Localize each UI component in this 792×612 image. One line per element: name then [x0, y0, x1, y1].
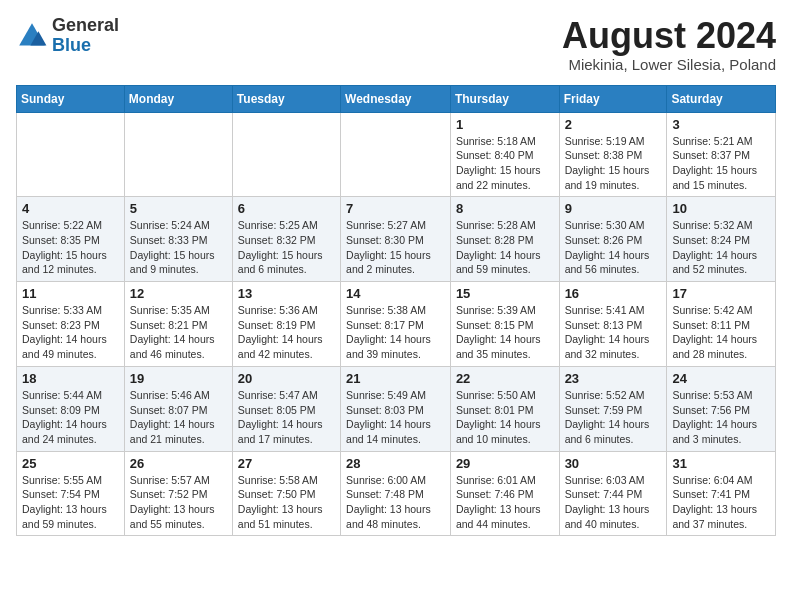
- table-row: [124, 112, 232, 197]
- table-row: [17, 112, 125, 197]
- day-info: Sunrise: 5:21 AMSunset: 8:37 PMDaylight:…: [672, 134, 770, 193]
- day-info: Sunrise: 5:28 AMSunset: 8:28 PMDaylight:…: [456, 218, 554, 277]
- table-row: 27Sunrise: 5:58 AMSunset: 7:50 PMDayligh…: [232, 451, 340, 536]
- day-info: Sunrise: 5:42 AMSunset: 8:11 PMDaylight:…: [672, 303, 770, 362]
- day-number: 9: [565, 201, 662, 216]
- logo: General Blue: [16, 16, 119, 56]
- day-number: 1: [456, 117, 554, 132]
- day-number: 20: [238, 371, 335, 386]
- day-info: Sunrise: 5:24 AMSunset: 8:33 PMDaylight:…: [130, 218, 227, 277]
- col-friday: Friday: [559, 85, 667, 112]
- col-sunday: Sunday: [17, 85, 125, 112]
- table-row: 26Sunrise: 5:57 AMSunset: 7:52 PMDayligh…: [124, 451, 232, 536]
- day-info: Sunrise: 5:55 AMSunset: 7:54 PMDaylight:…: [22, 473, 119, 532]
- day-number: 22: [456, 371, 554, 386]
- day-number: 21: [346, 371, 445, 386]
- table-row: 24Sunrise: 5:53 AMSunset: 7:56 PMDayligh…: [667, 366, 776, 451]
- day-number: 11: [22, 286, 119, 301]
- col-monday: Monday: [124, 85, 232, 112]
- day-info: Sunrise: 5:33 AMSunset: 8:23 PMDaylight:…: [22, 303, 119, 362]
- day-number: 8: [456, 201, 554, 216]
- day-info: Sunrise: 5:36 AMSunset: 8:19 PMDaylight:…: [238, 303, 335, 362]
- day-number: 3: [672, 117, 770, 132]
- day-info: Sunrise: 5:57 AMSunset: 7:52 PMDaylight:…: [130, 473, 227, 532]
- day-info: Sunrise: 5:18 AMSunset: 8:40 PMDaylight:…: [456, 134, 554, 193]
- day-info: Sunrise: 5:47 AMSunset: 8:05 PMDaylight:…: [238, 388, 335, 447]
- table-row: 15Sunrise: 5:39 AMSunset: 8:15 PMDayligh…: [450, 282, 559, 367]
- day-info: Sunrise: 5:27 AMSunset: 8:30 PMDaylight:…: [346, 218, 445, 277]
- col-tuesday: Tuesday: [232, 85, 340, 112]
- day-number: 23: [565, 371, 662, 386]
- table-row: 6Sunrise: 5:25 AMSunset: 8:32 PMDaylight…: [232, 197, 340, 282]
- day-number: 28: [346, 456, 445, 471]
- col-wednesday: Wednesday: [341, 85, 451, 112]
- day-info: Sunrise: 5:32 AMSunset: 8:24 PMDaylight:…: [672, 218, 770, 277]
- logo-blue-text: Blue: [52, 35, 91, 55]
- day-info: Sunrise: 5:19 AMSunset: 8:38 PMDaylight:…: [565, 134, 662, 193]
- table-row: 18Sunrise: 5:44 AMSunset: 8:09 PMDayligh…: [17, 366, 125, 451]
- day-info: Sunrise: 5:49 AMSunset: 8:03 PMDaylight:…: [346, 388, 445, 447]
- table-row: 3Sunrise: 5:21 AMSunset: 8:37 PMDaylight…: [667, 112, 776, 197]
- day-number: 15: [456, 286, 554, 301]
- table-row: 16Sunrise: 5:41 AMSunset: 8:13 PMDayligh…: [559, 282, 667, 367]
- day-info: Sunrise: 5:52 AMSunset: 7:59 PMDaylight:…: [565, 388, 662, 447]
- table-row: 31Sunrise: 6:04 AMSunset: 7:41 PMDayligh…: [667, 451, 776, 536]
- day-info: Sunrise: 5:30 AMSunset: 8:26 PMDaylight:…: [565, 218, 662, 277]
- day-number: 4: [22, 201, 119, 216]
- week-row-5: 25Sunrise: 5:55 AMSunset: 7:54 PMDayligh…: [17, 451, 776, 536]
- day-info: Sunrise: 5:44 AMSunset: 8:09 PMDaylight:…: [22, 388, 119, 447]
- logo-icon: [16, 20, 48, 52]
- day-number: 18: [22, 371, 119, 386]
- day-number: 31: [672, 456, 770, 471]
- week-row-4: 18Sunrise: 5:44 AMSunset: 8:09 PMDayligh…: [17, 366, 776, 451]
- day-number: 2: [565, 117, 662, 132]
- week-row-3: 11Sunrise: 5:33 AMSunset: 8:23 PMDayligh…: [17, 282, 776, 367]
- location-subtitle: Miekinia, Lower Silesia, Poland: [562, 56, 776, 73]
- week-row-1: 1Sunrise: 5:18 AMSunset: 8:40 PMDaylight…: [17, 112, 776, 197]
- week-row-2: 4Sunrise: 5:22 AMSunset: 8:35 PMDaylight…: [17, 197, 776, 282]
- day-number: 17: [672, 286, 770, 301]
- page-header: General Blue August 2024 Miekinia, Lower…: [16, 16, 776, 73]
- day-number: 14: [346, 286, 445, 301]
- day-info: Sunrise: 6:03 AMSunset: 7:44 PMDaylight:…: [565, 473, 662, 532]
- col-thursday: Thursday: [450, 85, 559, 112]
- table-row: 21Sunrise: 5:49 AMSunset: 8:03 PMDayligh…: [341, 366, 451, 451]
- day-info: Sunrise: 5:58 AMSunset: 7:50 PMDaylight:…: [238, 473, 335, 532]
- day-number: 16: [565, 286, 662, 301]
- table-row: 7Sunrise: 5:27 AMSunset: 8:30 PMDaylight…: [341, 197, 451, 282]
- table-row: 17Sunrise: 5:42 AMSunset: 8:11 PMDayligh…: [667, 282, 776, 367]
- calendar-header-row: Sunday Monday Tuesday Wednesday Thursday…: [17, 85, 776, 112]
- table-row: [341, 112, 451, 197]
- day-number: 25: [22, 456, 119, 471]
- table-row: 14Sunrise: 5:38 AMSunset: 8:17 PMDayligh…: [341, 282, 451, 367]
- table-row: 25Sunrise: 5:55 AMSunset: 7:54 PMDayligh…: [17, 451, 125, 536]
- table-row: 9Sunrise: 5:30 AMSunset: 8:26 PMDaylight…: [559, 197, 667, 282]
- calendar-table: Sunday Monday Tuesday Wednesday Thursday…: [16, 85, 776, 537]
- day-number: 19: [130, 371, 227, 386]
- day-info: Sunrise: 5:38 AMSunset: 8:17 PMDaylight:…: [346, 303, 445, 362]
- table-row: 12Sunrise: 5:35 AMSunset: 8:21 PMDayligh…: [124, 282, 232, 367]
- day-info: Sunrise: 5:39 AMSunset: 8:15 PMDaylight:…: [456, 303, 554, 362]
- day-info: Sunrise: 5:25 AMSunset: 8:32 PMDaylight:…: [238, 218, 335, 277]
- day-number: 29: [456, 456, 554, 471]
- table-row: 30Sunrise: 6:03 AMSunset: 7:44 PMDayligh…: [559, 451, 667, 536]
- day-number: 27: [238, 456, 335, 471]
- day-number: 30: [565, 456, 662, 471]
- day-info: Sunrise: 5:46 AMSunset: 8:07 PMDaylight:…: [130, 388, 227, 447]
- day-number: 5: [130, 201, 227, 216]
- table-row: 29Sunrise: 6:01 AMSunset: 7:46 PMDayligh…: [450, 451, 559, 536]
- month-year-title: August 2024: [562, 16, 776, 56]
- logo-general-text: General: [52, 15, 119, 35]
- day-info: Sunrise: 5:53 AMSunset: 7:56 PMDaylight:…: [672, 388, 770, 447]
- table-row: 19Sunrise: 5:46 AMSunset: 8:07 PMDayligh…: [124, 366, 232, 451]
- day-number: 12: [130, 286, 227, 301]
- table-row: 28Sunrise: 6:00 AMSunset: 7:48 PMDayligh…: [341, 451, 451, 536]
- table-row: 20Sunrise: 5:47 AMSunset: 8:05 PMDayligh…: [232, 366, 340, 451]
- day-info: Sunrise: 6:01 AMSunset: 7:46 PMDaylight:…: [456, 473, 554, 532]
- day-info: Sunrise: 5:41 AMSunset: 8:13 PMDaylight:…: [565, 303, 662, 362]
- title-block: August 2024 Miekinia, Lower Silesia, Pol…: [562, 16, 776, 73]
- day-info: Sunrise: 5:35 AMSunset: 8:21 PMDaylight:…: [130, 303, 227, 362]
- col-saturday: Saturday: [667, 85, 776, 112]
- table-row: 8Sunrise: 5:28 AMSunset: 8:28 PMDaylight…: [450, 197, 559, 282]
- day-number: 13: [238, 286, 335, 301]
